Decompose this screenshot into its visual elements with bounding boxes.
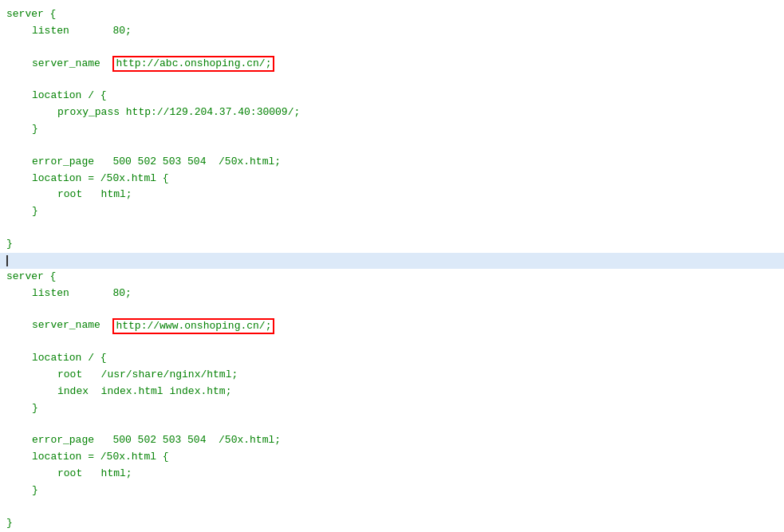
code-line: }: [0, 400, 784, 417]
code-line: root html;: [0, 466, 784, 483]
code-line: location / {: [0, 350, 784, 367]
code-text: server_name: [32, 56, 112, 73]
code-text: listen 80;: [32, 23, 132, 40]
code-line: server {: [0, 6, 784, 23]
code-line: error_page 500 502 503 504 /50x.html;: [0, 432, 784, 449]
code-text: location / {: [32, 88, 107, 104]
code-text: location / {: [32, 350, 107, 367]
text-cursor: [6, 255, 8, 266]
code-text: }: [32, 483, 38, 499]
server-name-url-2: http://www.onshoping.cn/;: [112, 318, 274, 334]
code-editor: server { listen 80; server_name http://a…: [0, 0, 784, 532]
code-text: }: [6, 236, 13, 253]
code-text: server {: [6, 6, 56, 23]
code-line: }: [0, 483, 784, 499]
code-line: [0, 220, 784, 236]
code-text: root /usr/share/nginx/html;: [57, 367, 238, 384]
code-line: listen 80;: [0, 286, 784, 302]
code-line: }: [0, 121, 784, 138]
code-line: server {: [0, 269, 784, 286]
code-line: [0, 138, 784, 154]
code-text: }: [32, 203, 38, 220]
code-text: error_page 500 502 503 504 /50x.html;: [32, 432, 281, 449]
code-text: root html;: [57, 187, 132, 203]
code-line: [0, 301, 784, 317]
code-text: }: [32, 121, 38, 138]
code-line: [0, 334, 784, 350]
code-line: }: [0, 236, 784, 253]
code-line: [0, 416, 784, 432]
server-name-url-1: http://abc.onshoping.cn/;: [112, 56, 274, 72]
code-text: location = /50x.html {: [32, 171, 169, 187]
code-line: }: [0, 515, 784, 532]
code-line: location = /50x.html {: [0, 449, 784, 466]
code-line: [0, 499, 784, 515]
code-text: server {: [6, 269, 56, 286]
code-line: error_page 500 502 503 504 /50x.html;: [0, 154, 784, 171]
code-line: }: [0, 203, 784, 220]
code-text: listen 80;: [32, 286, 132, 302]
code-line: [0, 72, 784, 88]
code-line: root /usr/share/nginx/html;: [0, 367, 784, 384]
code-text: server_name: [32, 317, 112, 334]
code-text: error_page 500 502 503 504 /50x.html;: [32, 154, 281, 171]
code-line: location = /50x.html {: [0, 171, 784, 187]
code-line-server-name-1: server_name http://abc.onshoping.cn/;: [0, 56, 784, 73]
code-line: index index.html index.htm;: [0, 384, 784, 400]
code-text: index index.html index.htm;: [57, 384, 231, 400]
code-text: location = /50x.html {: [32, 449, 169, 466]
cursor-line: [0, 253, 784, 269]
code-line: listen 80;: [0, 23, 784, 40]
code-text: proxy_pass http://129.204.37.40:30009/;: [57, 104, 300, 121]
code-line: root html;: [0, 187, 784, 203]
code-line: [0, 40, 784, 56]
code-line: proxy_pass http://129.204.37.40:30009/;: [0, 104, 784, 121]
code-line: location / {: [0, 88, 784, 104]
code-text: root html;: [57, 466, 132, 483]
code-text: }: [6, 515, 13, 532]
code-line-server-name-2: server_name http://www.onshoping.cn/;: [0, 317, 784, 334]
code-text: }: [32, 400, 38, 417]
